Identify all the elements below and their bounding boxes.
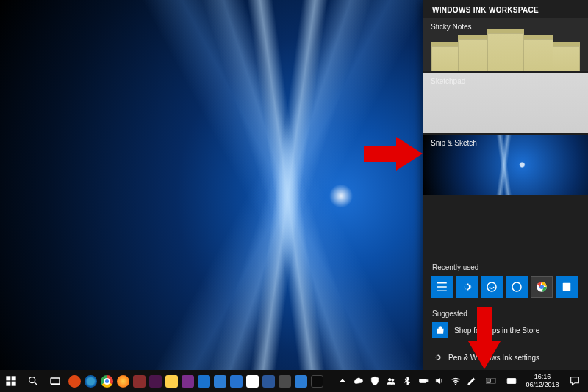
svg-point-0	[512, 282, 521, 291]
chevron-up-icon	[337, 376, 348, 386]
tray-ink-workspace[interactable]	[465, 376, 479, 386]
taskbar-app-outlook[interactable]	[196, 370, 212, 392]
annotation-arrow-right	[364, 137, 423, 171]
clock-date: 06/12/2018	[526, 381, 559, 389]
taskbar-app-sublime[interactable]	[276, 370, 293, 392]
snip-sketch-label: Snip & Sketch	[431, 139, 477, 147]
touch-keyboard-icon	[506, 376, 517, 386]
tray-clock[interactable]: 16:16 06/12/2018	[522, 373, 563, 389]
battery-icon	[418, 376, 429, 386]
sticky-notes-label: Sticky Notes	[431, 23, 472, 31]
taskbar-app-azure[interactable]	[228, 370, 244, 392]
svg-rect-9	[12, 382, 16, 386]
suggested-label: Suggested	[423, 302, 588, 322]
recent-tile-bars[interactable]	[431, 276, 453, 298]
svg-point-13	[392, 379, 394, 381]
svg-rect-3	[563, 283, 571, 291]
taskbar-app-whiteboard[interactable]	[244, 370, 260, 392]
taskbar-app-word[interactable]	[260, 370, 276, 392]
bluetooth-icon	[402, 376, 412, 386]
taskbar-app-firefox[interactable]	[115, 370, 131, 392]
ink-workspace-title: WINDOWS INK WORKSPACE	[423, 0, 588, 18]
clock-time: 16:16	[534, 373, 551, 381]
tray-overflow-button[interactable]	[335, 376, 350, 386]
tray-volume[interactable]	[432, 376, 447, 386]
svg-rect-6	[6, 376, 10, 380]
recent-tile-word[interactable]	[556, 276, 578, 298]
svg-rect-8	[6, 382, 10, 386]
svg-point-17	[455, 384, 456, 385]
search-button[interactable]	[22, 370, 44, 392]
cloud-icon	[354, 376, 364, 386]
pen-settings-link[interactable]: Pen & Windows Ink settings	[423, 346, 588, 370]
recent-tile-circle[interactable]	[506, 276, 528, 298]
start-button[interactable]	[0, 370, 22, 392]
recently-used-row	[423, 276, 588, 302]
annotation-arrow-down	[468, 307, 501, 369]
store-icon	[432, 322, 448, 338]
tray-security[interactable]	[368, 376, 382, 386]
wifi-icon	[451, 376, 461, 386]
taskbar-app-5[interactable]	[131, 370, 147, 392]
search-icon	[27, 375, 39, 387]
ink-workspace-panel: WINDOWS INK WORKSPACE Sticky Notes Sketc…	[423, 0, 588, 370]
recently-used-label: Recently used	[423, 256, 588, 276]
notification-icon	[569, 375, 581, 387]
taskbar-app-edge[interactable]	[82, 370, 98, 392]
svg-marker-5	[468, 307, 501, 369]
tray-touch-keyboard[interactable]	[503, 376, 520, 386]
task-view-icon	[49, 375, 61, 387]
task-view-button[interactable]	[44, 370, 66, 392]
svg-rect-20	[507, 379, 516, 384]
tray-bluetooth[interactable]	[400, 376, 415, 386]
svg-marker-4	[364, 137, 423, 171]
snip-sketch-item[interactable]: Snip & Sketch	[423, 135, 588, 195]
tray-language[interactable]	[481, 376, 501, 386]
tray-onedrive[interactable]	[351, 376, 366, 386]
people-icon	[386, 376, 396, 386]
pen-icon	[467, 376, 477, 386]
tray-network[interactable]	[448, 376, 463, 386]
taskbar-app-todo[interactable]	[212, 370, 228, 392]
svg-point-12	[389, 379, 392, 382]
sticky-notes-item[interactable]: Sticky Notes	[423, 18, 588, 71]
sketchpad-item[interactable]: Sketchpad	[423, 73, 588, 133]
taskbar-app-slack[interactable]	[147, 370, 163, 392]
recent-tile-chrome[interactable]	[531, 276, 553, 298]
system-tray: 16:16 06/12/2018	[335, 370, 588, 392]
svg-point-10	[29, 377, 35, 383]
svg-rect-7	[12, 376, 16, 380]
svg-rect-16	[420, 380, 426, 382]
sketchpad-label: Sketchpad	[431, 77, 465, 85]
shield-icon	[370, 376, 380, 386]
svg-rect-15	[427, 380, 428, 382]
taskbar-app-onenote[interactable]	[179, 370, 196, 392]
taskbar: 16:16 06/12/2018	[0, 370, 588, 392]
recent-tile-loop[interactable]	[481, 276, 503, 298]
taskbar-app-terminal[interactable]	[309, 370, 325, 392]
taskbar-app-explorer[interactable]	[163, 370, 179, 392]
gear-icon	[432, 352, 442, 363]
tray-people[interactable]	[384, 376, 398, 386]
svg-rect-11	[51, 378, 60, 384]
action-center-button[interactable]	[564, 375, 585, 387]
taskbar-app-code[interactable]	[293, 370, 309, 392]
svg-rect-19	[487, 379, 491, 383]
language-indicator-icon	[486, 376, 496, 386]
tray-battery[interactable]	[416, 376, 431, 386]
recent-tile-gear[interactable]	[456, 276, 478, 298]
taskbar-app-chrome[interactable]	[98, 370, 115, 392]
taskbar-app-ubuntu[interactable]	[66, 370, 82, 392]
start-icon	[5, 375, 17, 387]
volume-icon	[434, 376, 445, 386]
suggested-row[interactable]: Shop for apps in the Store	[423, 322, 588, 346]
